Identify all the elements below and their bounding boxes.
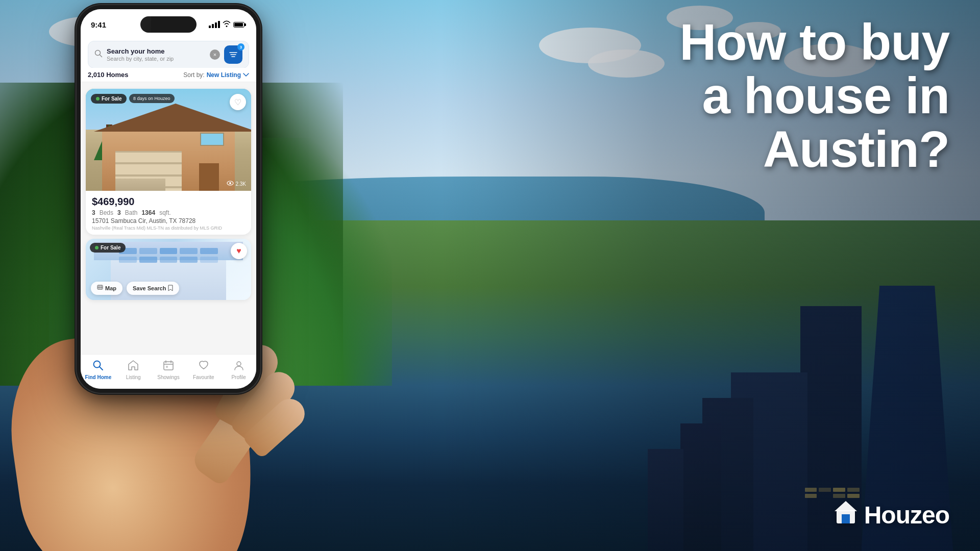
signal-bar-2 (212, 24, 214, 28)
filter-button[interactable]: 3 (224, 45, 242, 64)
favorite-btn-2[interactable]: ♥ (231, 243, 247, 259)
svg-rect-16 (164, 362, 173, 370)
map-button[interactable]: Map (91, 282, 122, 295)
favourite-icon (198, 360, 209, 373)
signal-bar-3 (215, 22, 217, 28)
filter-badge: 3 (237, 43, 244, 51)
listing-label: Listing (126, 374, 141, 380)
sort-chevron-icon (243, 71, 249, 79)
search-text: Search your home Search by city, state, … (107, 47, 206, 62)
card-1-info: $469,990 3 Beds 3 Bath 1364 sqft. 15701 … (86, 191, 251, 235)
listings-area: For Sale 8 days on Houzeo ♡ (81, 85, 256, 354)
status-time: 9:41 (91, 20, 106, 29)
search-icon (94, 49, 103, 60)
background: How to buy a house in Austin? Houzeo (0, 0, 980, 551)
sort-label: Sort by: (183, 71, 204, 79)
for-sale-badge: For Sale (91, 94, 127, 104)
headline-line3: Austin? (679, 122, 949, 176)
search-title: Search your home (107, 47, 206, 55)
signal-bar-4 (218, 21, 220, 28)
days-on-badge: 8 days on Houzeo (129, 94, 175, 103)
beds-label: Beds (100, 209, 113, 216)
bookmark-icon (168, 285, 173, 292)
nav-listing[interactable]: Listing (116, 360, 151, 380)
battery-icon (233, 22, 246, 28)
sort-bar: 2,010 Homes Sort by: New Listing (81, 68, 256, 82)
profile-icon (233, 360, 244, 373)
logo-icon (832, 499, 859, 531)
for-sale-dot-2 (95, 246, 99, 249)
baths-label: Bath (125, 209, 138, 216)
house-roof (94, 104, 251, 132)
views-badge: 2.3K (227, 181, 246, 187)
favorite-btn-1[interactable]: ♡ (230, 94, 246, 110)
nav-find-home[interactable]: Find Home (81, 360, 116, 380)
phone-wrapper: 9:41 (26, 0, 311, 546)
showings-label: Showings (157, 374, 179, 380)
search-clear-btn[interactable]: × (210, 49, 220, 60)
svg-point-21 (237, 362, 241, 366)
headline-line1: How to buy (679, 15, 949, 69)
card2-action-overlay: Map Save Search (91, 282, 246, 295)
sort-control[interactable]: Sort by: New Listing (183, 71, 249, 79)
save-search-label: Save Search (133, 285, 166, 291)
svg-rect-2 (842, 514, 850, 523)
listing-card-2[interactable]: For Sale ♥ (86, 239, 251, 300)
wifi-icon (223, 20, 231, 29)
listing-card-1[interactable]: For Sale 8 days on Houzeo ♡ (86, 89, 251, 235)
phone-device: 9:41 (77, 5, 260, 393)
homes-count: 2,010 Homes (88, 71, 129, 79)
sqft-label: sqft. (159, 209, 171, 216)
houzeo-logo: Houzeo (832, 499, 949, 531)
eye-icon (227, 181, 234, 187)
map-icon (97, 284, 103, 292)
for-sale-badge-2: For Sale (90, 243, 126, 253)
svg-line-4 (100, 55, 102, 57)
dynamic-island (140, 16, 197, 33)
logo-text: Houzeo (864, 501, 949, 529)
baths-count: 3 (117, 209, 121, 216)
map-btn-label: Map (105, 285, 116, 291)
svg-line-15 (100, 367, 103, 370)
phone-screen: 9:41 (81, 9, 256, 389)
beds-count: 3 (92, 209, 95, 216)
find-home-icon (92, 360, 104, 373)
headline: How to buy a house in Austin? (679, 15, 949, 176)
signal-bar-1 (209, 26, 211, 28)
building-windows-grid (119, 248, 218, 263)
card-details: 3 Beds 3 Bath 1364 sqft. (92, 209, 245, 216)
headline-line2: a house in (679, 69, 949, 122)
listing-icon (128, 360, 139, 373)
signal-indicator (209, 21, 220, 28)
find-home-label: Find Home (85, 374, 112, 380)
svg-point-9 (229, 182, 231, 184)
card-price: $469,990 (92, 196, 245, 208)
nav-profile[interactable]: Profile (221, 360, 256, 380)
showings-icon (163, 360, 174, 373)
search-area: Search your home Search by city, state, … (81, 36, 256, 72)
for-sale-dot (96, 97, 100, 101)
search-subtitle: Search by city, state, or zip (107, 56, 206, 62)
card-1-image: For Sale 8 days on Houzeo ♡ (86, 89, 251, 191)
svg-rect-20 (166, 366, 168, 368)
save-search-button[interactable]: Save Search (127, 282, 179, 295)
profile-label: Profile (231, 374, 246, 380)
card-2-image: For Sale ♥ (86, 239, 251, 300)
sqft-value: 1364 (141, 209, 155, 216)
nav-showings[interactable]: Showings (151, 360, 186, 380)
svg-marker-1 (835, 501, 857, 511)
card-address: 15701 Sambuca Cir, Austin, TX 78728 (92, 217, 245, 224)
favourite-label: Favourite (193, 374, 214, 380)
search-bar[interactable]: Search your home Search by city, state, … (88, 41, 249, 68)
status-icons (209, 20, 246, 29)
sort-value: New Listing (207, 71, 241, 79)
bottom-nav: Find Home Listing (81, 354, 256, 389)
nav-favourite[interactable]: Favourite (186, 360, 221, 380)
card-source: Nashville (Real Tracs Mid) MLS-TN as dis… (92, 226, 245, 231)
